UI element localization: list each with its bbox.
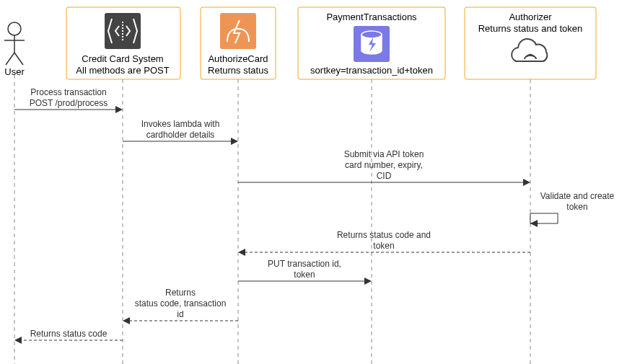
svg-text:token: token xyxy=(294,270,315,280)
user-label: User xyxy=(4,66,25,77)
msg-returns-status-token: Returns status code and token xyxy=(238,230,530,256)
authorizer-label-1: Authorizer xyxy=(509,12,552,22)
msg-returns-status: Returns status code xyxy=(14,329,123,344)
svg-rect-9 xyxy=(220,13,256,49)
paytx-label-2: sortkey=transaction_id+token xyxy=(310,65,433,76)
svg-line-3 xyxy=(6,53,14,65)
svg-text:card number, expiry,: card number, expiry, xyxy=(345,160,423,170)
svg-text:Returns status code: Returns status code xyxy=(30,329,108,339)
svg-text:Process transaction: Process transaction xyxy=(30,87,106,97)
participant-authcard: AuthorizeCard Returns status xyxy=(201,7,276,79)
svg-point-0 xyxy=(8,22,21,35)
svg-marker-51 xyxy=(14,337,22,344)
svg-text:token: token xyxy=(566,202,587,212)
authcard-label-1: AuthorizeCard xyxy=(208,53,268,64)
svg-text:Submit via API token: Submit via API token xyxy=(344,149,424,159)
participant-ccs: Credit Card System All methods are POST xyxy=(66,7,180,79)
svg-text:Returns status code and: Returns status code and xyxy=(337,230,431,240)
svg-marker-21 xyxy=(115,106,123,113)
ccs-label-2: All methods are POST xyxy=(76,65,169,76)
svg-marker-25 xyxy=(231,138,238,145)
svg-point-17 xyxy=(529,53,531,56)
svg-marker-43 xyxy=(364,278,372,285)
msg-returns-status-txid: Returns status code, transaction id xyxy=(123,288,238,324)
svg-text:Returns: Returns xyxy=(165,288,196,298)
msg-validate-token: Validate and create token xyxy=(530,191,615,227)
svg-marker-48 xyxy=(123,317,130,324)
authorizer-label-2: Returns status and token xyxy=(478,23,583,34)
svg-text:CID: CID xyxy=(377,171,392,181)
svg-text:status code, transaction: status code, transaction xyxy=(135,298,227,308)
svg-text:id: id xyxy=(177,309,183,319)
participant-authorizer: Authorizer Returns status and token xyxy=(465,7,596,79)
participant-paytx: PaymentTransactions sortkey=transaction_… xyxy=(298,7,445,79)
participant-user: User xyxy=(4,22,25,77)
svg-marker-39 xyxy=(238,249,245,256)
paytx-label-1: PaymentTransactions xyxy=(326,12,417,22)
msg-put-transaction: PUT transaction id, token xyxy=(238,259,372,285)
msg-process-transaction: Process transaction POST /prod/process xyxy=(14,87,123,113)
svg-text:token: token xyxy=(373,241,394,251)
sequence-diagram: User Credit Card System All methods are … xyxy=(0,0,627,364)
ccs-label-1: Credit Card System xyxy=(82,53,163,64)
svg-line-4 xyxy=(14,53,23,65)
svg-text:cardholder details: cardholder details xyxy=(146,130,215,140)
svg-marker-30 xyxy=(523,179,530,186)
authcard-label-2: Returns status xyxy=(208,65,268,76)
svg-text:POST /prod/process: POST /prod/process xyxy=(30,98,108,108)
svg-text:Validate and create: Validate and create xyxy=(540,191,615,201)
msg-submit-api: Submit via API token card number, expiry… xyxy=(238,149,530,186)
svg-text:Invokes lambda with: Invokes lambda with xyxy=(141,119,220,129)
svg-text:PUT transaction id,: PUT transaction id, xyxy=(268,259,341,269)
msg-invokes-lambda: Invokes lambda with cardholder details xyxy=(123,119,238,145)
